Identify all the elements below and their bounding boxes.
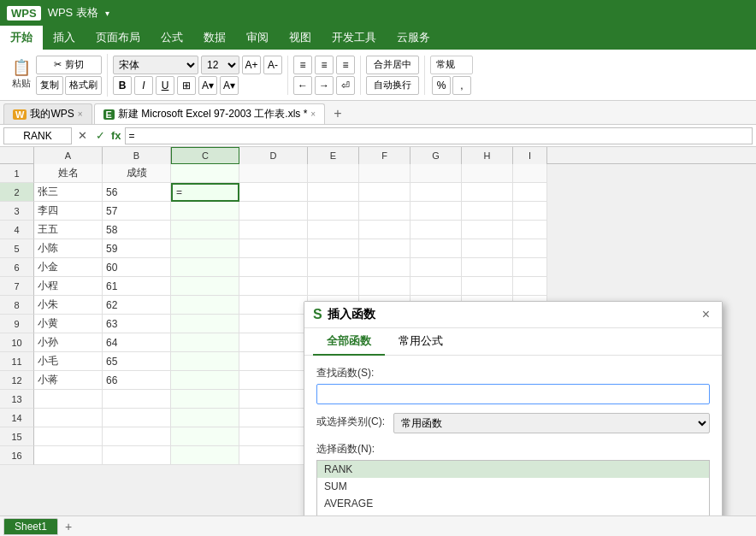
list-item[interactable]: 王五 — [34, 221, 103, 239]
list-item[interactable] — [171, 427, 239, 446]
col-header-b[interactable]: B — [103, 147, 171, 164]
menu-item-home[interactable]: 开始 — [0, 26, 43, 50]
list-item[interactable] — [171, 371, 239, 390]
search-input[interactable] — [316, 384, 710, 404]
wps-tab-close-icon[interactable]: × — [78, 109, 83, 119]
list-item[interactable] — [171, 202, 239, 221]
list-item[interactable] — [359, 202, 410, 221]
row-header-11[interactable]: 11 — [0, 352, 34, 371]
list-item[interactable] — [34, 446, 103, 465]
list-item[interactable] — [513, 164, 547, 183]
align-right-button[interactable]: ≡ — [336, 56, 355, 74]
format-painter-button[interactable]: 格式刷 — [65, 76, 102, 95]
list-item[interactable] — [359, 277, 410, 296]
menu-item-insert[interactable]: 插入 — [43, 26, 86, 50]
row-header-9[interactable]: 9 — [0, 315, 34, 333]
list-item[interactable] — [410, 277, 462, 296]
list-item[interactable] — [239, 352, 308, 371]
list-item[interactable]: SUM — [317, 478, 709, 495]
list-item[interactable] — [239, 277, 308, 296]
list-item[interactable] — [513, 258, 547, 277]
list-item[interactable] — [410, 164, 462, 183]
list-item[interactable] — [239, 221, 308, 239]
list-item[interactable]: 66 — [103, 371, 171, 390]
list-item[interactable]: 小毛 — [34, 352, 103, 371]
italic-button[interactable]: I — [134, 76, 153, 95]
col-header-f[interactable]: F — [359, 147, 410, 164]
list-item[interactable]: 65 — [103, 352, 171, 371]
list-item[interactable] — [239, 390, 308, 409]
list-item[interactable] — [410, 258, 462, 277]
fill-color-button[interactable]: A▾ — [198, 76, 217, 95]
list-item[interactable] — [308, 164, 359, 183]
list-item[interactable]: 56 — [103, 183, 171, 202]
list-item[interactable]: 小程 — [34, 277, 103, 296]
percent-button[interactable]: % — [432, 76, 451, 95]
list-item[interactable] — [171, 277, 239, 296]
indent-button[interactable]: ← — [293, 76, 312, 95]
outdent-button[interactable]: → — [315, 76, 334, 95]
list-item[interactable] — [171, 446, 239, 465]
list-item[interactable]: 63 — [103, 315, 171, 333]
list-item[interactable]: 64 — [103, 333, 171, 352]
list-item[interactable]: 张三 — [34, 183, 103, 202]
border-button[interactable]: ⊞ — [177, 76, 196, 95]
list-item[interactable] — [462, 164, 513, 183]
list-item[interactable] — [239, 446, 308, 465]
row-header-4[interactable]: 4 — [0, 221, 34, 239]
list-item[interactable] — [239, 239, 308, 258]
list-item[interactable] — [308, 258, 359, 277]
align-center-button[interactable]: ≡ — [315, 56, 334, 74]
list-item[interactable] — [513, 239, 547, 258]
list-item[interactable] — [513, 183, 547, 202]
list-item[interactable] — [462, 239, 513, 258]
list-item[interactable] — [410, 221, 462, 239]
row-header-13[interactable]: 13 — [0, 390, 34, 409]
paste-button[interactable]: 📋 粘贴 — [9, 54, 34, 97]
list-item[interactable] — [171, 221, 239, 239]
list-item[interactable] — [171, 390, 239, 409]
col-header-a[interactable]: A — [34, 147, 103, 164]
list-item[interactable] — [359, 239, 410, 258]
list-item[interactable] — [462, 221, 513, 239]
list-item[interactable]: 小蒋 — [34, 371, 103, 390]
list-item[interactable] — [410, 183, 462, 202]
list-item[interactable] — [513, 277, 547, 296]
auto-wrap-button[interactable]: 自动换行 — [366, 76, 419, 95]
list-item[interactable] — [462, 183, 513, 202]
formula-input[interactable] — [125, 127, 753, 144]
menu-item-pagelayout[interactable]: 页面布局 — [86, 26, 151, 50]
list-item[interactable] — [34, 390, 103, 409]
list-item[interactable] — [34, 427, 103, 446]
decrease-font-button[interactable]: A- — [263, 56, 282, 74]
list-item[interactable]: 60 — [103, 258, 171, 277]
bold-button[interactable]: B — [113, 76, 132, 95]
list-item[interactable]: 小金 — [34, 258, 103, 277]
list-item[interactable] — [171, 352, 239, 371]
cut-button[interactable]: ✂ 剪切 — [36, 56, 102, 74]
row-header-5[interactable]: 5 — [0, 239, 34, 258]
list-item[interactable] — [308, 277, 359, 296]
list-item[interactable] — [103, 409, 171, 427]
list-item[interactable] — [171, 239, 239, 258]
list-item[interactable]: 58 — [103, 221, 171, 239]
col-header-d[interactable]: D — [239, 147, 308, 164]
tab-excel[interactable]: E 新建 Microsoft Excel 97-2003 工作表.xls * × — [94, 103, 326, 124]
row-header-16[interactable]: 16 — [0, 446, 34, 465]
row-header-1[interactable]: 1 — [0, 164, 34, 183]
list-item[interactable] — [359, 183, 410, 202]
row-header-15[interactable]: 15 — [0, 427, 34, 446]
comma-button[interactable]: , — [452, 76, 471, 95]
list-item[interactable] — [239, 315, 308, 333]
dialog-tab-common-formula[interactable]: 常用公式 — [385, 328, 457, 356]
align-left-button[interactable]: ≡ — [293, 56, 312, 74]
copy-button[interactable]: 复制 — [36, 76, 63, 95]
list-item[interactable] — [513, 202, 547, 221]
menu-item-data[interactable]: 数据 — [193, 26, 236, 50]
list-item[interactable] — [34, 409, 103, 427]
list-item[interactable] — [239, 409, 308, 427]
list-item[interactable]: = — [171, 183, 239, 202]
list-item[interactable] — [308, 202, 359, 221]
list-item[interactable] — [103, 427, 171, 446]
list-item[interactable] — [239, 164, 308, 183]
